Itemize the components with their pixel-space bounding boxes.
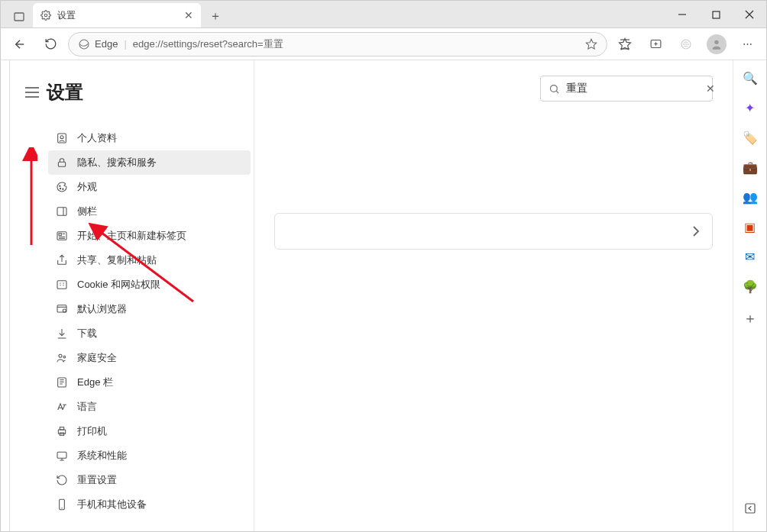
tab-close-button[interactable]: ✕ [184, 9, 193, 21]
page-title: 设置 [47, 80, 83, 105]
svg-point-1 [44, 14, 47, 17]
nav-item-label: 语言 [77, 400, 97, 414]
tab-strip: 设置 ✕ ＋ [7, 1, 227, 27]
hamburger-icon[interactable] [25, 87, 39, 98]
tab-title: 设置 [57, 9, 178, 22]
address-separator: | [124, 38, 126, 50]
svg-rect-52 [57, 452, 66, 458]
nav-item-5[interactable]: 共享、复制和粘贴 [48, 248, 251, 272]
svg-rect-0 [15, 13, 24, 21]
nav-item-8[interactable]: 下载 [48, 321, 251, 346]
download-icon [56, 327, 68, 340]
left-edge-strip [1, 60, 10, 531]
sidebar-outlook-icon[interactable]: ✉ [745, 250, 755, 264]
new-tab-button[interactable]: ＋ [204, 5, 227, 27]
tab-rect-icon [14, 11, 24, 22]
edge-brand: Edge [78, 38, 118, 50]
nav-item-label: 系统和性能 [77, 449, 127, 463]
content-area: 设置 个人资料隐私、搜索和服务外观侧栏开始、主页和新建标签页共享、复制和粘贴Co… [1, 60, 766, 531]
edge-sidebar: 🔍 ✦ 🏷️ 💼 👥 ▣ ✉ 🌳 ＋ [733, 60, 766, 531]
search-icon [549, 83, 560, 95]
svg-point-24 [63, 189, 63, 189]
svg-rect-33 [57, 281, 66, 289]
sidebar-settings-icon[interactable] [744, 502, 756, 514]
url-text: edge://settings/reset?search=重置 [133, 37, 579, 51]
toolbar: Edge | edge://settings/reset?search=重置 ⋯ [1, 28, 766, 60]
svg-point-42 [59, 354, 62, 357]
tab-settings[interactable]: 设置 ✕ [33, 3, 201, 27]
tab-actions-button[interactable] [7, 6, 31, 27]
sidebar-drop-icon[interactable]: 🌳 [743, 279, 758, 294]
cookie-icon [56, 279, 68, 291]
sidebar-tools-icon[interactable]: 💼 [743, 160, 758, 175]
svg-marker-8 [620, 38, 631, 49]
back-button[interactable] [7, 31, 33, 57]
browser-icon [56, 303, 68, 315]
sidebar-shopping-icon[interactable]: 🏷️ [743, 131, 758, 145]
nav-item-13[interactable]: 系统和性能 [48, 443, 251, 468]
sidebar-add-icon[interactable]: ＋ [743, 309, 757, 327]
nav-item-1[interactable]: 隐私、搜索和服务 [48, 150, 251, 175]
favorites-button[interactable] [612, 31, 638, 57]
sidebar-office-icon[interactable]: ▣ [744, 220, 756, 234]
family-icon [56, 352, 68, 364]
sidebar-discover-icon[interactable]: ✦ [745, 101, 755, 115]
nav-item-7[interactable]: 默认浏览器 [48, 297, 251, 321]
nav-item-label: 侧栏 [77, 205, 97, 218]
maximize-button[interactable] [699, 1, 733, 28]
sidebar-icon [56, 205, 68, 218]
nav-item-label: 个人资料 [77, 131, 117, 145]
nav-item-label: 开始、主页和新建标签页 [77, 229, 186, 243]
edge-logo-icon [78, 38, 90, 50]
svg-marker-7 [586, 39, 596, 49]
minimize-button[interactable] [665, 1, 699, 28]
svg-rect-25 [57, 208, 66, 216]
refresh-button[interactable] [37, 31, 63, 57]
address-bar[interactable]: Edge | edge://settings/reset?search=重置 [68, 32, 607, 56]
nav-item-15[interactable]: 手机和其他设备 [48, 492, 251, 517]
avatar-icon [707, 34, 727, 54]
svg-point-15 [714, 40, 718, 44]
nav-item-0[interactable]: 个人资料 [48, 126, 251, 150]
collections-button[interactable] [642, 31, 668, 57]
appearance-icon [56, 181, 68, 193]
svg-rect-28 [59, 234, 61, 236]
close-window-button[interactable] [733, 1, 766, 28]
svg-line-60 [556, 91, 558, 93]
favorite-star-icon[interactable] [585, 38, 597, 50]
nav-item-label: Edge 栏 [77, 376, 113, 389]
nav-item-2[interactable]: 外观 [48, 175, 251, 199]
svg-rect-38 [57, 305, 66, 312]
settings-content: ✕ [254, 60, 733, 531]
settings-search-box[interactable]: ✕ [540, 76, 713, 102]
svg-rect-50 [60, 427, 63, 430]
more-button[interactable]: ⋯ [734, 31, 760, 57]
settings-search-input[interactable] [566, 82, 700, 95]
sidebar-header: 设置 [10, 60, 254, 111]
nav-item-12[interactable]: 打印机 [48, 419, 251, 443]
ie-mode-button[interactable] [673, 31, 699, 57]
reset-icon [56, 474, 68, 486]
nav-item-label: 默认浏览器 [77, 302, 127, 316]
sidebar-search-icon[interactable]: 🔍 [743, 71, 758, 85]
nav-item-11[interactable]: 语言 [48, 395, 251, 419]
nav-item-label: 共享、复制和粘贴 [77, 253, 157, 267]
profile-button[interactable] [704, 31, 730, 57]
svg-rect-61 [746, 504, 755, 513]
sidebar-games-icon[interactable]: 👥 [743, 190, 758, 205]
svg-rect-21 [58, 162, 65, 166]
nav-item-6[interactable]: Cookie 和网站权限 [48, 272, 251, 297]
nav-item-label: 重置设置 [77, 473, 117, 487]
search-result-row[interactable] [274, 213, 713, 250]
nav-item-9[interactable]: 家庭安全 [48, 346, 251, 370]
window-controls [665, 1, 766, 28]
nav-item-14[interactable]: 重置设置 [48, 468, 251, 492]
title-bar: 设置 ✕ ＋ [1, 1, 766, 28]
nav-item-3[interactable]: 侧栏 [48, 199, 251, 224]
svg-point-22 [60, 185, 60, 186]
nav-item-4[interactable]: 开始、主页和新建标签页 [48, 224, 251, 248]
nav-item-10[interactable]: Edge 栏 [48, 370, 251, 395]
system-icon [56, 450, 68, 462]
clear-search-button[interactable]: ✕ [706, 82, 715, 95]
gear-icon [40, 10, 51, 21]
